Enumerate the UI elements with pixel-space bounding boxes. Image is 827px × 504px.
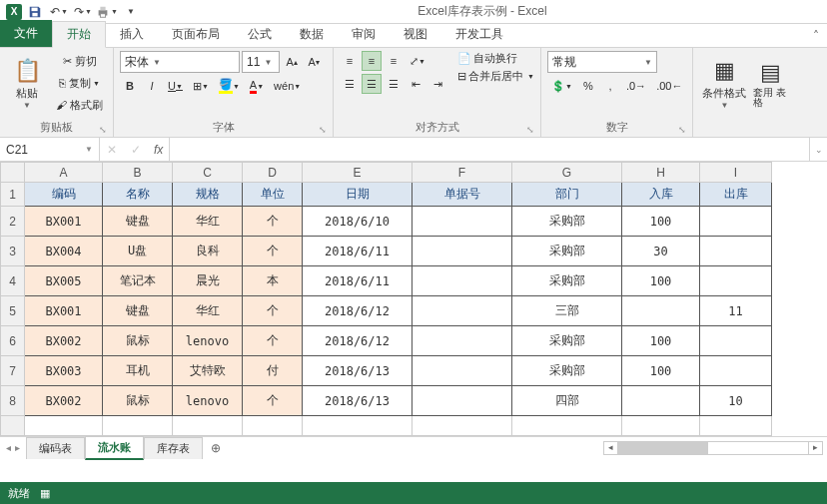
shrink-font-button[interactable]: A▾ [304,52,324,72]
header-cell[interactable]: 规格 [173,183,243,207]
increase-decimal-button[interactable]: .0→ [622,76,650,96]
cell[interactable]: 鼠标 [103,386,173,416]
cell[interactable]: BX002 [25,386,103,416]
cut-button[interactable]: ✂ 剪切 [52,51,107,71]
formula-input[interactable] [170,138,809,161]
cell[interactable]: 11 [700,296,772,326]
cell[interactable]: BX003 [25,356,103,386]
font-name-combo[interactable]: 宋体▼ [120,51,240,73]
row-header-3[interactable]: 3 [1,237,25,266]
font-size-combo[interactable]: 11▼ [242,51,280,73]
header-cell[interactable]: 名称 [103,183,173,207]
cell[interactable]: 付 [243,356,303,386]
decrease-indent-button[interactable]: ⇤ [406,74,425,94]
cell[interactable]: 四部 [512,386,622,416]
align-launcher[interactable]: ⤡ [526,125,534,135]
format-painter-button[interactable]: 🖌 格式刷 [52,95,107,115]
tab-review[interactable]: 审阅 [338,22,390,47]
row-header-7[interactable]: 7 [1,356,25,386]
wrap-text-button[interactable]: 📄自动换行 [457,51,534,66]
row-header-4[interactable]: 4 [1,266,25,296]
col-header-B[interactable]: B [103,163,173,183]
cell[interactable] [622,386,700,416]
name-box[interactable]: C21▼ [0,138,100,161]
grow-font-button[interactable]: A▴ [282,52,302,72]
cell[interactable]: BX001 [25,207,103,237]
cell[interactable]: lenovo [173,326,243,356]
header-cell[interactable]: 单据号 [413,183,512,207]
comma-button[interactable]: , [600,76,620,96]
header-cell[interactable]: 单位 [243,183,303,207]
fx-icon[interactable]: fx [148,143,169,157]
cell[interactable]: 键盘 [103,296,173,326]
align-top-button[interactable]: ≡ [340,51,360,71]
macro-record-icon[interactable]: ▦ [40,487,50,500]
worksheet-grid[interactable]: ABCDEFGHI1编码名称规格单位日期单据号部门入库出库2BX001键盘华红个… [0,162,827,436]
cancel-edit-button[interactable]: ✕ [100,143,124,157]
cell[interactable]: 2018/6/12 [303,326,413,356]
cell[interactable]: 采购部 [512,266,622,296]
tab-view[interactable]: 视图 [390,22,441,47]
cell[interactable] [413,356,512,386]
quickprint-button[interactable]: ▼ [96,2,118,22]
tab-formulas[interactable]: 公式 [234,22,286,47]
cell[interactable] [413,266,512,296]
cell[interactable] [700,237,772,266]
cell[interactable]: BX002 [25,326,103,356]
col-header-A[interactable]: A [25,163,103,183]
cell[interactable] [413,326,512,356]
copy-button[interactable]: ⎘ 复制▼ [52,73,107,93]
cell[interactable] [413,386,512,416]
header-cell[interactable]: 出库 [700,183,772,207]
cell[interactable]: BX001 [25,296,103,326]
cell[interactable] [700,266,772,296]
cell[interactable]: 2018/6/10 [303,207,413,237]
redo-button[interactable]: ↷▼ [72,2,94,22]
cell[interactable] [700,326,772,356]
number-format-combo[interactable]: 常规▼ [547,51,657,73]
header-cell[interactable]: 日期 [303,183,413,207]
formula-expand-button[interactable]: ⌄ [809,138,827,161]
cell[interactable] [413,237,512,266]
cell[interactable]: 个 [243,237,303,266]
cell[interactable]: 艾特欧 [173,356,243,386]
cell[interactable]: 华红 [173,207,243,237]
header-cell[interactable]: 部门 [512,183,622,207]
number-launcher[interactable]: ⤡ [678,125,686,135]
sheet-nav[interactable]: ◂▸ [0,442,26,453]
orientation-button[interactable]: ⤢▼ [406,51,429,71]
cell[interactable]: 100 [622,326,700,356]
cell[interactable]: 2018/6/11 [303,237,413,266]
cell[interactable]: 良科 [173,237,243,266]
accounting-format-button[interactable]: 💲▼ [547,76,576,96]
cell[interactable]: BX004 [25,237,103,266]
border-button[interactable]: ⊞▼ [189,76,213,96]
cell[interactable]: 个 [243,386,303,416]
tab-file[interactable]: 文件 [0,20,52,47]
confirm-edit-button[interactable]: ✓ [124,143,148,157]
increase-indent-button[interactable]: ⇥ [427,74,447,94]
sheet-tab-coding[interactable]: 编码表 [26,437,85,459]
italic-button[interactable]: I [142,76,162,96]
cell[interactable]: lenovo [173,386,243,416]
cell[interactable]: 采购部 [512,237,622,266]
cell[interactable] [413,207,512,237]
cell[interactable]: 2018/6/12 [303,296,413,326]
cell[interactable]: 耳机 [103,356,173,386]
cell[interactable]: 键盘 [103,207,173,237]
col-header-H[interactable]: H [622,163,700,183]
align-center-button[interactable]: ☰ [362,74,382,94]
cell[interactable]: 30 [622,237,700,266]
select-all-corner[interactable] [1,163,25,183]
col-header-G[interactable]: G [512,163,622,183]
align-left-button[interactable]: ☰ [340,74,360,94]
sheet-tab-ledger[interactable]: 流水账 [85,436,144,460]
cell[interactable]: 100 [622,266,700,296]
cell[interactable]: 本 [243,266,303,296]
cell[interactable]: 鼠标 [103,326,173,356]
table-format-button[interactable]: ▤ 套用 表格 [753,51,787,117]
cell[interactable] [700,207,772,237]
bold-button[interactable]: B [120,76,140,96]
ribbon-collapse-button[interactable]: ˄ [805,25,827,47]
cell[interactable]: 个 [243,326,303,356]
